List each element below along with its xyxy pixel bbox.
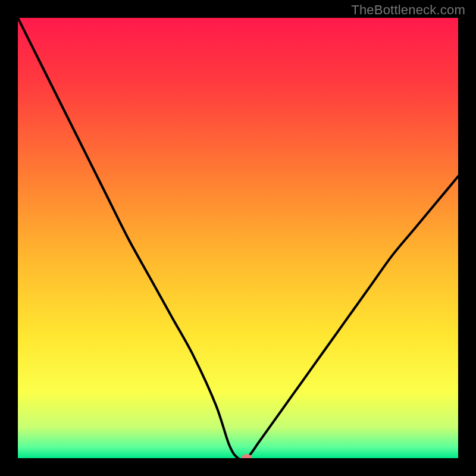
chart-frame: TheBottleneck.com <box>0 0 476 476</box>
bottleneck-chart <box>18 18 458 458</box>
gradient-background <box>18 18 458 458</box>
watermark-text: TheBottleneck.com <box>351 2 465 18</box>
